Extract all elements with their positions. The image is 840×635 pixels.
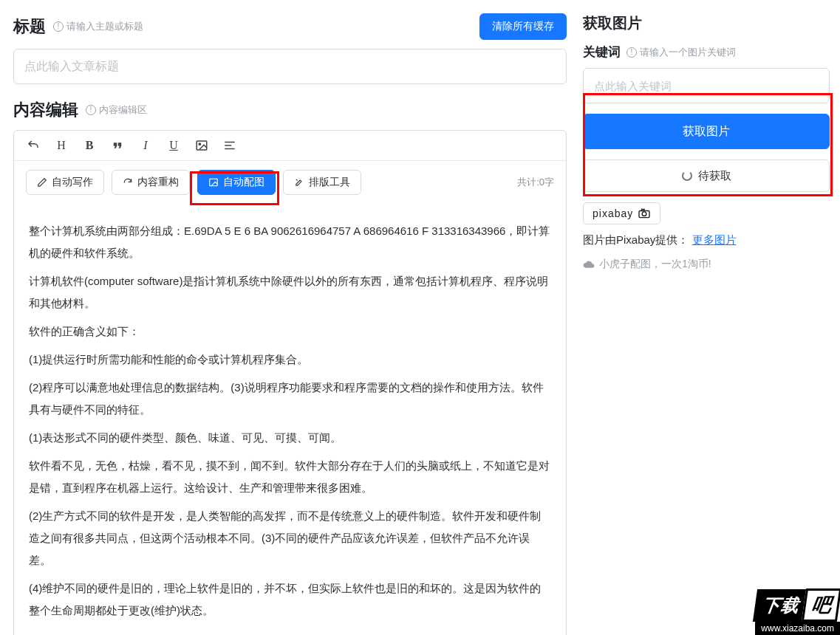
pending-button[interactable]: 待获取 [583, 159, 830, 192]
keyword-hint: ! 请输入一个图片关键词 [626, 46, 736, 59]
cost-tip: 小虎子配图，一次1淘币! [583, 258, 830, 271]
paragraph: (1)表达形式不同的硬件类型、颜色、味道、可见、可摸、可闻。 [29, 427, 551, 449]
image-credit: 图片由Pixabay提供： 更多图片 [583, 233, 830, 247]
svg-point-7 [642, 212, 646, 216]
undo-icon[interactable] [26, 138, 41, 153]
bold-icon[interactable]: B [82, 138, 97, 153]
keyword-input[interactable] [583, 68, 830, 103]
camera-icon [638, 208, 651, 219]
loading-icon [682, 171, 692, 181]
tools-icon [294, 177, 304, 188]
paragraph: 计算机软件(computer software)是指计算机系统中除硬件以外的所有… [29, 270, 551, 315]
sidebar: 获取图片 关键词 ! 请输入一个图片关键词 获取图片 待获取 pixabay 图… [583, 13, 830, 635]
action-toolbar: 自动写作 内容重构 自动配图 排版工具 共计:0字 [14, 161, 566, 204]
paragraph: (2)生产方式不同的软件是开发，是人类智能的高发挥，而不是传统意义上的硬件制造。… [29, 505, 551, 572]
paragraph: (2)程序可以满意地处理信息的数据结构。(3)说明程序功能要求和程序需要的文档的… [29, 377, 551, 421]
auto-write-button[interactable]: 自动写作 [26, 170, 104, 195]
keyword-label: 关键词 [583, 44, 621, 61]
format-toolbar: H B I U [14, 131, 566, 161]
auto-image-button[interactable]: 自动配图 [197, 170, 276, 195]
layout-tool-button[interactable]: 排版工具 [283, 170, 361, 195]
editor-content-area[interactable]: 整个计算机系统由两部分组成：E.69DA 5 E 6 BA 9062616964… [14, 204, 566, 635]
image-icon[interactable] [194, 138, 209, 153]
paragraph: (1)提供运行时所需功能和性能的命令或计算机程序集合。 [29, 349, 551, 371]
heading-icon[interactable]: H [54, 138, 69, 153]
content-editor-title: 内容编辑 [13, 99, 78, 121]
keyword-header: 关键词 ! 请输入一个图片关键词 [583, 44, 830, 61]
paragraph: 软件看不见，无色，枯燥，看不见，摸不到，闻不到。软件大部分存在于人们的头脑或纸上… [29, 455, 551, 499]
svg-point-1 [199, 143, 200, 145]
more-images-link[interactable]: 更多图片 [692, 233, 737, 246]
fetch-image-title: 获取图片 [583, 13, 830, 33]
info-icon: ! [626, 47, 637, 58]
article-title-input[interactable] [13, 49, 567, 84]
italic-icon[interactable]: I [138, 138, 153, 153]
fetch-image-button[interactable]: 获取图片 [583, 114, 830, 149]
content-editor-header: 内容编辑 ! 内容编辑区 [13, 99, 567, 121]
clear-cache-button[interactable]: 清除所有缓存 [479, 13, 567, 40]
content-editor-hint: ! 内容编辑区 [86, 103, 147, 117]
paragraph: 整个计算机系统由两部分组成：E.69DA 5 E 6 BA 9062616964… [29, 220, 551, 264]
pencil-icon [37, 177, 47, 188]
info-icon: ! [86, 105, 96, 115]
restructure-button[interactable]: 内容重构 [112, 170, 190, 195]
title-section-header: 标题 ! 请输入主题或标题 清除所有缓存 [13, 13, 567, 40]
main-column: 标题 ! 请输入主题或标题 清除所有缓存 内容编辑 ! 内容编辑区 H B [13, 13, 567, 635]
cloud-icon [583, 258, 595, 270]
svg-rect-8 [642, 209, 645, 210]
refresh-icon [123, 177, 133, 188]
align-left-icon[interactable] [222, 138, 237, 153]
site-watermark: 下载 吧 www.xiazaiba.com [755, 588, 840, 635]
title-label: 标题 [13, 16, 46, 38]
paragraph: (4)维护不同的硬件是旧的，理论上软件是旧的，并不坏，但实际上软件也是旧的和坏的… [29, 577, 551, 622]
pixabay-badge: pixabay [583, 202, 660, 224]
editor-container: H B I U 自动写作 [13, 130, 567, 635]
paragraph: 软件的正确含义如下： [29, 320, 551, 343]
title-hint: ! 请输入主题或标题 [53, 20, 143, 33]
quote-icon[interactable] [110, 138, 125, 153]
info-icon: ! [53, 21, 64, 32]
word-count: 共计:0字 [517, 176, 554, 189]
picture-icon [208, 177, 219, 188]
underline-icon[interactable]: U [166, 138, 181, 153]
